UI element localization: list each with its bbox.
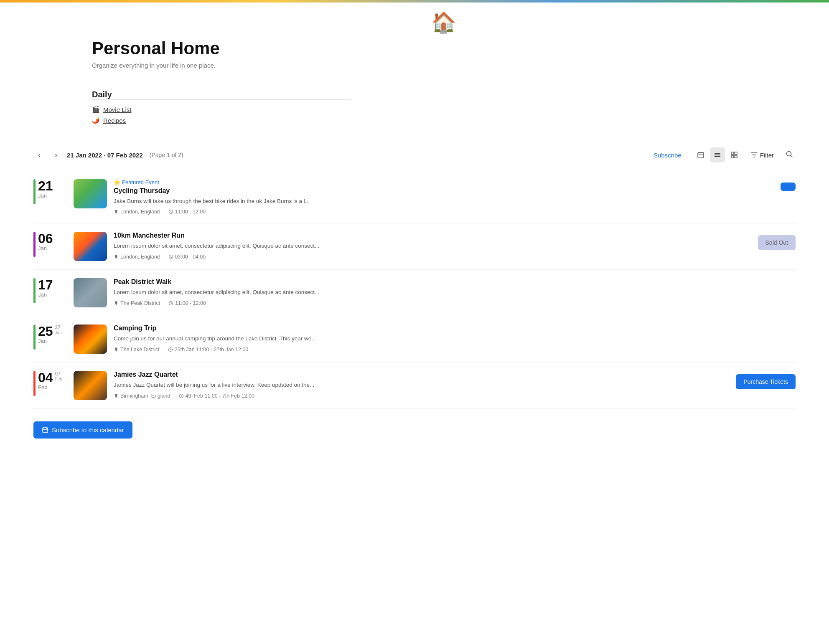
event-action-jazz: Purchase Tickets <box>729 371 796 389</box>
event-meta-walk: The Peak District 11:00 - 12:00 <box>114 300 722 306</box>
page-icon: 🏠 <box>431 11 456 34</box>
event-date-walk: 17 Jan <box>33 278 67 303</box>
subscribe-button[interactable]: Subscribe <box>654 152 682 159</box>
calendar-view-btn[interactable] <box>693 147 708 162</box>
table-row: 06 Jan 10km Manchester Run Lorem ipsum d… <box>33 223 796 270</box>
list-view-btn[interactable] <box>710 147 725 162</box>
quick-links: 🎬 Movie List 🌶️ Recipes <box>92 106 351 124</box>
next-button[interactable]: › <box>50 149 62 161</box>
event-date-run: 06 Jan <box>33 232 67 257</box>
purchase-tickets-button-cycling[interactable] <box>781 183 796 191</box>
color-bar-run <box>33 232 36 257</box>
search-button[interactable] <box>783 148 796 162</box>
color-bar-jazz <box>33 371 36 396</box>
subscribe-calendar-label: Subscribe to this calendar <box>52 426 124 434</box>
event-image-walk <box>74 278 107 307</box>
event-desc-camping: Come join us for our annual camping trip… <box>114 335 722 343</box>
grid-view-btn[interactable] <box>727 147 742 162</box>
event-image-jazz <box>74 371 107 400</box>
event-info-jazz: Jamies Jazz Quartet Jamies Jazz Quartet … <box>114 371 722 398</box>
event-info-walk: Peak District Walk Lorem ipsum dolor sit… <box>114 278 722 306</box>
prev-button[interactable]: ‹ <box>33 149 45 161</box>
table-row: 21 Jan ⭐ Featured Event Cycling Thursday… <box>33 171 796 223</box>
event-action-run: Sold Out <box>729 232 796 250</box>
color-bar-walk <box>33 278 36 303</box>
event-image-cycling <box>74 179 107 208</box>
svg-rect-10 <box>735 155 737 158</box>
event-desc-run: Lorem ipsum dolor sit amet, consectetur … <box>114 242 722 250</box>
subscribe-calendar-button[interactable]: Subscribe to this calendar <box>33 421 132 439</box>
time-walk: 11:00 - 12:00 <box>168 300 206 306</box>
sold-out-button: Sold Out <box>758 235 796 250</box>
svg-rect-7 <box>731 152 734 155</box>
time-cycling: 11:00 - 12:00 <box>168 209 206 215</box>
table-row: 25 27 Jan Jan Camping Trip Come join us … <box>33 316 796 363</box>
date-numbers-walk: 17 Jan <box>38 278 53 298</box>
event-desc-jazz: Jamies Jazz Quartet will be joining us f… <box>114 381 722 389</box>
event-date-cycling: 21 Jan <box>33 179 67 204</box>
location-walk: The Peak District <box>114 300 160 306</box>
event-image-run <box>74 232 107 261</box>
event-info-cycling: ⭐ Featured Event Cycling Thursday Jake B… <box>114 179 722 215</box>
event-info-run: 10km Manchester Run Lorem ipsum dolor si… <box>114 232 722 259</box>
event-meta-cycling: London, England 11:00 - 12:00 <box>114 209 722 215</box>
event-title-jazz: Jamies Jazz Quartet <box>114 371 722 378</box>
svg-point-11 <box>787 151 791 156</box>
movie-icon: 🎬 <box>92 106 100 113</box>
color-bar-camping <box>33 325 36 350</box>
svg-line-21 <box>171 303 172 304</box>
svg-line-12 <box>791 155 793 157</box>
purchase-tickets-button-jazz[interactable]: Purchase Tickets <box>736 374 796 389</box>
time-jazz: 4th Feb 11:00 - 7th Feb 12:00 <box>179 393 254 399</box>
event-date-jazz: 04 07 Feb Feb <box>33 371 67 396</box>
recipes-icon: 🌶️ <box>92 117 100 124</box>
event-title-walk: Peak District Walk <box>114 278 722 286</box>
location-run: London, England <box>114 254 160 260</box>
location-cycling: London, England <box>114 209 160 215</box>
event-desc-cycling: Jake Burns will take us through the best… <box>114 197 722 205</box>
date-numbers-jazz: 04 07 Feb Feb <box>38 371 62 390</box>
featured-badge: ⭐ Featured Event <box>114 179 722 185</box>
event-meta-run: London, England 03:00 - 04:00 <box>114 254 722 260</box>
page-title: Personal Home <box>92 38 220 58</box>
date-range: 21 Jan 2022 · 07 Feb 2022 <box>67 152 143 159</box>
daily-label: Daily <box>92 90 112 99</box>
svg-rect-8 <box>735 152 737 155</box>
svg-rect-0 <box>698 152 704 158</box>
view-buttons <box>693 147 742 162</box>
svg-line-15 <box>171 212 172 213</box>
color-bar-cycling <box>33 179 36 204</box>
date-numbers-run: 06 Jan <box>38 232 53 251</box>
events-list: 21 Jan ⭐ Featured Event Cycling Thursday… <box>33 171 796 409</box>
event-title-run: 10km Manchester Run <box>114 232 722 239</box>
date-numbers-camping: 25 27 Jan Jan <box>38 325 62 344</box>
svg-line-18 <box>171 257 172 258</box>
star-icon: ⭐ <box>114 179 120 185</box>
event-desc-walk: Lorem ipsum dolor sit amet, consectetur … <box>114 288 722 297</box>
event-info-camping: Camping Trip Come join us for our annual… <box>114 325 722 352</box>
event-meta-jazz: Birmingham, England 4th Feb 11:00 - 7th … <box>114 393 722 399</box>
svg-rect-9 <box>731 155 734 158</box>
event-date-camping: 25 27 Jan Jan <box>33 325 67 350</box>
svg-line-27 <box>181 396 182 397</box>
event-title-camping: Camping Trip <box>114 325 722 332</box>
event-title-cycling: Cycling Thursday <box>114 187 722 195</box>
svg-line-24 <box>170 350 171 350</box>
table-row: 04 07 Feb Feb Jamies Jazz Quartet Jamies… <box>33 363 796 409</box>
table-row: 17 Jan Peak District Walk Lorem ipsum do… <box>33 270 796 316</box>
page-info: (Page 1 of 2) <box>150 152 183 158</box>
time-camping: 25th Jan 11:00 - 27th Jan 12:00 <box>168 347 249 352</box>
event-action-cycling <box>729 179 796 191</box>
calendar-nav: ‹ › 21 Jan 2022 · 07 Feb 2022 (Page 1 of… <box>33 143 796 171</box>
svg-rect-28 <box>43 428 48 433</box>
calendar-section: ‹ › 21 Jan 2022 · 07 Feb 2022 (Page 1 of… <box>0 143 829 455</box>
divider <box>92 99 351 100</box>
event-action-camping <box>729 325 796 328</box>
event-action-walk <box>729 278 796 281</box>
movie-list-link[interactable]: 🎬 Movie List <box>92 106 351 113</box>
location-camping: The Lake District <box>114 347 160 352</box>
time-run: 03:00 - 04:00 <box>168 254 206 260</box>
location-jazz: Birmingham, England <box>114 393 170 399</box>
recipes-link[interactable]: 🌶️ Recipes <box>92 117 351 124</box>
filter-button[interactable]: Filter <box>747 149 778 161</box>
